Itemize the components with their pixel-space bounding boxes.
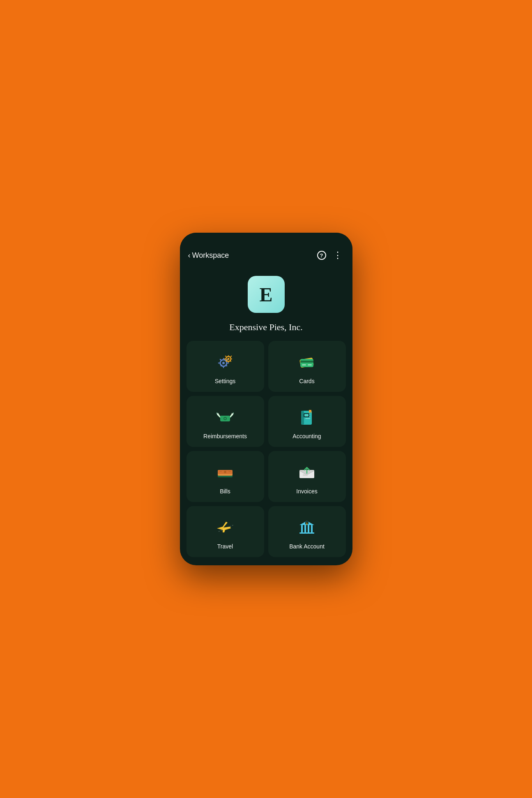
help-button[interactable]: ? xyxy=(317,251,326,260)
back-button[interactable]: ‹ Workspace xyxy=(188,251,229,260)
invoices-label: Invoices xyxy=(296,488,317,495)
header-title: Workspace xyxy=(192,251,229,260)
svg-rect-31 xyxy=(308,525,309,532)
svg-rect-6 xyxy=(300,361,313,363)
travel-icon xyxy=(214,516,237,539)
bills-label: Bills xyxy=(220,488,230,495)
svg-point-11 xyxy=(224,418,226,419)
svg-rect-7 xyxy=(302,364,306,365)
header: ‹ Workspace ? ⋮ xyxy=(180,245,352,268)
invoices-icon xyxy=(295,461,318,484)
svg-rect-16 xyxy=(305,418,310,419)
bank-account-label: Bank Account xyxy=(289,543,325,550)
bank-account-icon: $ xyxy=(295,516,318,539)
svg-text:$: $ xyxy=(306,522,308,525)
svg-rect-26 xyxy=(303,475,308,476)
settings-label: Settings xyxy=(215,378,236,384)
status-bar xyxy=(180,233,352,245)
reimbursements-label: Reimbursements xyxy=(203,433,247,439)
header-actions: ? ⋮ xyxy=(317,249,344,261)
workspace-name: Expensive Pies, Inc. xyxy=(180,318,352,341)
svg-rect-32 xyxy=(311,525,313,532)
cards-label: Cards xyxy=(299,378,314,384)
travel-item[interactable]: Travel xyxy=(187,506,264,557)
svg-rect-30 xyxy=(304,525,306,532)
svg-rect-25 xyxy=(303,474,306,475)
bills-item[interactable]: Bills xyxy=(187,451,264,502)
svg-rect-33 xyxy=(299,532,314,534)
svg-rect-29 xyxy=(301,525,303,532)
svg-rect-13 xyxy=(301,411,304,425)
svg-point-1 xyxy=(222,362,225,364)
travel-label: Travel xyxy=(217,543,233,550)
accounting-item[interactable]: Accounting xyxy=(268,396,346,447)
cards-icon xyxy=(295,351,318,374)
menu-grid: Settings Cards xyxy=(180,341,352,557)
settings-icon xyxy=(214,351,237,374)
accounting-label: Accounting xyxy=(292,433,321,439)
more-options-button[interactable]: ⋮ xyxy=(332,249,344,261)
reimbursements-item[interactable]: Reimbursements xyxy=(187,396,264,447)
settings-item[interactable]: Settings xyxy=(187,341,264,392)
workspace-avatar-wrap: E xyxy=(180,268,352,318)
reimbursements-icon xyxy=(214,406,237,429)
cards-item[interactable]: Cards xyxy=(268,341,346,392)
bills-icon xyxy=(214,461,237,484)
accounting-icon xyxy=(295,406,318,429)
phone-frame: ‹ Workspace ? ⋮ E Expensive Pies, Inc. xyxy=(180,233,352,565)
svg-rect-8 xyxy=(308,364,312,365)
svg-rect-5 xyxy=(300,359,313,367)
back-arrow-icon: ‹ xyxy=(188,251,191,260)
svg-point-22 xyxy=(224,471,226,473)
svg-rect-24 xyxy=(228,471,231,472)
svg-rect-18 xyxy=(304,414,309,416)
svg-point-3 xyxy=(228,358,230,360)
svg-rect-23 xyxy=(219,471,222,472)
invoices-item[interactable]: Invoices xyxy=(268,451,346,502)
workspace-avatar: E xyxy=(248,276,285,313)
bank-account-item[interactable]: $ Bank Account xyxy=(268,506,346,557)
